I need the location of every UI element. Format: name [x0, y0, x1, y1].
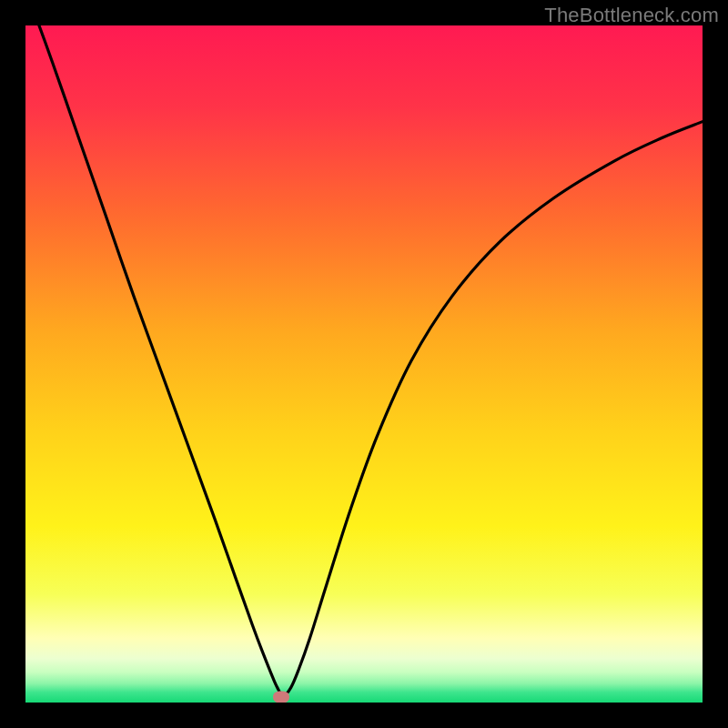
watermark-text: TheBottleneck.com — [544, 4, 719, 27]
outer-frame: TheBottleneck.com — [0, 0, 728, 728]
plot-area — [25, 25, 703, 703]
optimal-point-marker — [273, 692, 289, 703]
bottleneck-curve — [25, 25, 703, 703]
